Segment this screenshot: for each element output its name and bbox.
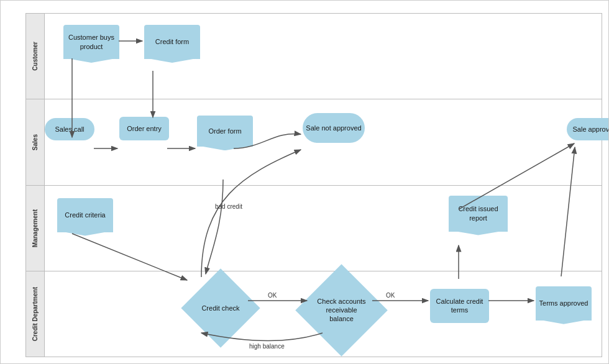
lane-credit-dept: Credit Department Credit check Check acc… xyxy=(26,271,602,357)
terms-approved-shape: Terms approved xyxy=(536,286,592,321)
sale-not-approved-shape: Sale not approved xyxy=(303,113,365,143)
calculate-credit-shape: Calculate credit terms xyxy=(430,289,489,323)
sale-approved-shape: Sale approved xyxy=(567,118,609,140)
credit-issued-report-shape: Credit issued report xyxy=(449,196,508,232)
lane-sales: Sales Sales call Order entry Order form … xyxy=(26,99,602,185)
diagram-canvas: Customer Customer buys product Credit fo… xyxy=(0,0,609,364)
lane-label-management: Management xyxy=(26,186,45,271)
swim-lanes: Customer Customer buys product Credit fo… xyxy=(25,13,602,357)
lane-label-sales: Sales xyxy=(26,99,45,184)
credit-criteria-shape: Credit criteria xyxy=(57,198,113,232)
lane-content-credit-dept: Credit check Check accounts receivable b… xyxy=(45,271,602,357)
lane-customer: Customer Customer buys product Credit fo… xyxy=(26,14,602,99)
check-accounts-shape: Check accounts receivable balance xyxy=(309,278,374,343)
credit-form-shape: Credit form xyxy=(144,25,200,59)
lane-content-management: Credit criteria Credit issued report xyxy=(45,186,602,271)
order-entry-shape: Order entry xyxy=(119,117,169,140)
lane-management: Management Credit criteria Credit issued… xyxy=(26,186,602,271)
lane-label-credit-dept: Credit Department xyxy=(26,271,45,357)
lane-content-customer: Customer buys product Credit form xyxy=(45,14,602,99)
lane-content-sales: Sales call Order entry Order form Sale n… xyxy=(45,99,602,184)
credit-check-shape: Credit check xyxy=(193,280,249,336)
sales-call-shape: Sales call xyxy=(45,118,94,140)
order-form-shape: Order form xyxy=(197,116,253,147)
lane-label-customer: Customer xyxy=(26,14,45,99)
customer-buys-shape: Customer buys product xyxy=(63,25,119,59)
